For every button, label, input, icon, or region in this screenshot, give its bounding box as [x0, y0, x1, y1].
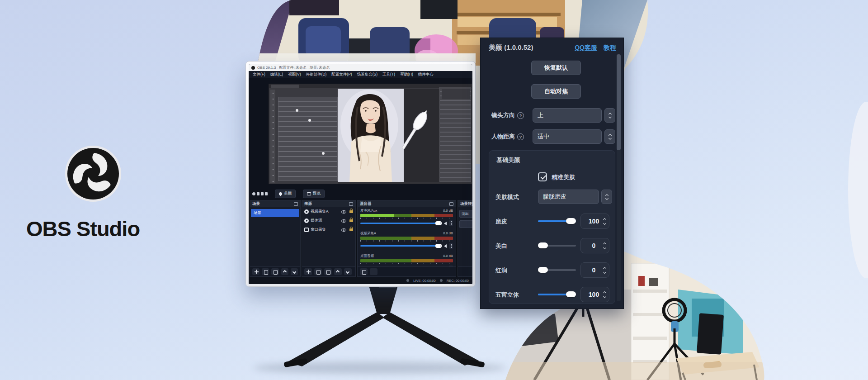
visibility-icon[interactable] [341, 228, 346, 232]
scene-filters-button[interactable] [271, 268, 278, 275]
scene-up-button[interactable] [281, 268, 288, 275]
chevron-down-icon [608, 136, 611, 139]
speaker-icon[interactable] [444, 244, 447, 248]
face-3d-label: 五官立体 [495, 291, 519, 299]
channel-menu-button[interactable] [449, 243, 453, 249]
source-down-button[interactable] [344, 268, 352, 275]
source-row-video-capture[interactable]: 视频采集A [302, 207, 355, 216]
remove-scene-button[interactable] [262, 268, 269, 275]
menu-help[interactable]: 帮助(H) [400, 72, 413, 77]
skin-mode-select[interactable]: 朦胧磨皮 [538, 190, 599, 204]
volume-slider[interactable] [360, 223, 442, 224]
preview-quick-button[interactable]: 预览 [303, 190, 325, 198]
remove-source-button[interactable] [314, 268, 322, 275]
chevron-down-icon[interactable] [603, 246, 606, 249]
rosy-slider[interactable] [538, 269, 576, 271]
transition-select[interactable]: 淡出 [459, 210, 472, 218]
whitening-label: 美白 [495, 242, 507, 250]
rosy-stepper[interactable]: 0 [580, 262, 609, 278]
precise-skin-checkbox[interactable] [538, 172, 547, 181]
visibility-icon[interactable] [341, 210, 346, 214]
subject-distance-select[interactable]: 适中 [533, 129, 602, 144]
menu-profile[interactable]: 配置文件(P) [331, 72, 352, 77]
slider-handle[interactable] [566, 218, 576, 224]
chevron-down-icon [605, 196, 608, 200]
volume-slider[interactable] [360, 245, 442, 247]
panel-scrollbar-thumb[interactable] [617, 54, 621, 150]
subject-distance-stepper[interactable] [604, 129, 615, 144]
menu-view[interactable]: 视图(V) [288, 72, 301, 77]
preview-status-icons [252, 192, 268, 195]
autofocus-button[interactable]: 自动对焦 [531, 84, 581, 99]
mixer-dock-header[interactable]: 混音器 [358, 200, 456, 207]
menu-tools[interactable]: 工具(T) [382, 72, 395, 77]
chevron-up-icon[interactable] [603, 242, 606, 245]
camera-direction-select[interactable]: 上 [533, 108, 602, 123]
tutorial-link[interactable]: 教程 [604, 44, 616, 52]
volume-meter [360, 237, 453, 240]
dock-popout-icon[interactable] [449, 202, 453, 206]
help-icon[interactable]: ? [517, 112, 524, 119]
rec-indicator-icon [440, 279, 443, 282]
transition-duration[interactable] [459, 220, 472, 228]
chevron-down-icon[interactable] [603, 270, 606, 273]
visibility-icon[interactable] [341, 219, 346, 223]
camera-direction-stepper[interactable] [604, 108, 615, 123]
transitions-dock-header[interactable]: 场景转换 [458, 200, 472, 207]
chevron-down-icon[interactable] [603, 294, 606, 298]
sources-dock-title: 来源 [304, 201, 312, 207]
menu-plugin-center[interactable]: 插件中心 [418, 72, 434, 77]
channel-menu-button[interactable] [449, 220, 453, 226]
source-row-window-capture[interactable]: 窗口采集 [302, 225, 355, 234]
source-row-media[interactable]: 媒体源 [302, 216, 355, 225]
chevron-down-icon[interactable] [603, 221, 606, 224]
dock-popout-icon[interactable] [349, 202, 353, 206]
source-properties-button[interactable] [324, 268, 332, 275]
qq-support-link[interactable]: QQ客服 [575, 44, 597, 52]
mixer-advanced-button[interactable] [370, 268, 377, 275]
scene-list-item[interactable]: 场景 [251, 209, 299, 217]
slider-handle[interactable] [566, 291, 576, 297]
beauty-panel-header: 美颜 (1.0.0.52) QQ客服 教程 [489, 43, 616, 52]
add-source-button[interactable] [304, 268, 312, 275]
sources-dock-header[interactable]: 来源 [302, 200, 355, 207]
dock-popout-icon[interactable] [294, 202, 298, 206]
menu-docks[interactable]: 停靠部件(D) [306, 72, 327, 77]
transitions-dock-title: 场景转换 [460, 201, 472, 207]
menu-file[interactable]: 文件(F) [253, 72, 265, 77]
mixer-channel-mic: 麦克风/Aux 0.0 dB [358, 207, 456, 230]
beauty-plugin-panel: 美颜 (1.0.0.52) QQ客服 教程 恢复默认 自动对焦 镜头方向 ? 上… [480, 38, 624, 309]
chevron-up-icon[interactable] [603, 218, 606, 221]
obs-logo [63, 144, 123, 204]
menu-edit[interactable]: 编辑(E) [270, 72, 283, 77]
lock-icon[interactable] [349, 228, 353, 231]
chevron-up-icon[interactable] [603, 291, 606, 294]
help-icon[interactable]: ? [517, 133, 524, 140]
restore-defaults-button[interactable]: 恢复默认 [531, 61, 581, 75]
smoothing-slider[interactable] [538, 220, 576, 222]
beauty-quick-button[interactable]: 美颜 [275, 190, 296, 198]
scene-down-button[interactable] [291, 268, 298, 275]
chevron-up-icon[interactable] [603, 266, 606, 270]
source-up-button[interactable] [334, 268, 342, 275]
window-capture-icon [304, 228, 309, 232]
mixer-settings-button[interactable] [360, 268, 368, 275]
face-3d-slider[interactable] [538, 294, 576, 295]
panel-scrollbar[interactable] [617, 54, 621, 301]
subject-distance-value: 适中 [538, 133, 549, 141]
menu-scene-collection[interactable]: 场景集合(S) [357, 72, 377, 77]
face-3d-stepper[interactable]: 100 [580, 287, 609, 302]
mixer-channel-db: 0.0 dB [443, 231, 453, 236]
scenes-dock-header[interactable]: 场景 [250, 200, 300, 207]
slider-handle[interactable] [538, 242, 548, 248]
smoothing-stepper[interactable]: 100 [580, 214, 609, 229]
whitening-stepper[interactable]: 0 [580, 238, 609, 253]
speaker-icon[interactable] [444, 222, 447, 225]
whitening-slider[interactable] [538, 245, 576, 247]
add-scene-button[interactable] [252, 268, 259, 275]
channel-menu-button[interactable] [449, 266, 453, 266]
lock-icon[interactable] [349, 210, 353, 213]
skin-mode-stepper[interactable] [601, 190, 612, 204]
lock-icon[interactable] [349, 219, 353, 222]
slider-handle[interactable] [538, 267, 548, 273]
